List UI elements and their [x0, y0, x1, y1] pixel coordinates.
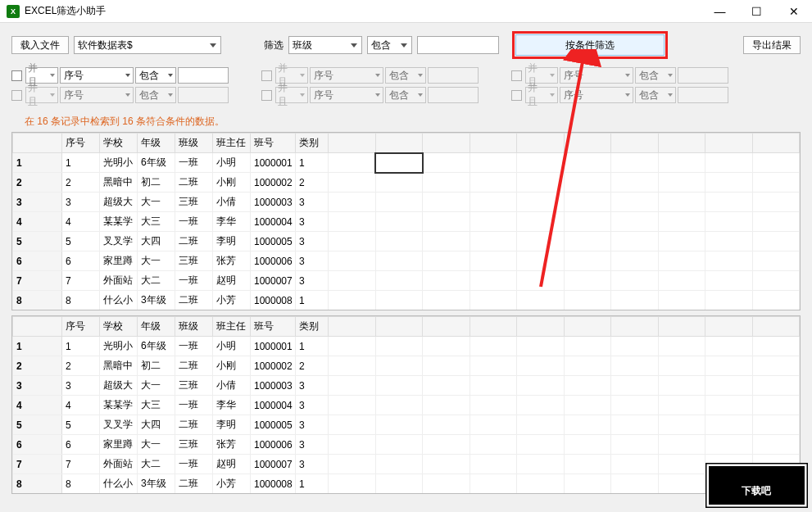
- row-number[interactable]: 1: [13, 337, 62, 356]
- value-input-sub[interactable]: [678, 67, 728, 84]
- cell[interactable]: [611, 415, 659, 435]
- cell[interactable]: [611, 173, 659, 193]
- cell[interactable]: [517, 396, 565, 415]
- cell[interactable]: [470, 212, 517, 232]
- cell[interactable]: 家里蹲: [100, 251, 138, 271]
- value-input-sub[interactable]: [428, 67, 479, 84]
- cell[interactable]: 1: [296, 337, 329, 356]
- table-row[interactable]: 55叉叉学大四二班李明10000053: [13, 415, 800, 435]
- cell[interactable]: 黑暗中: [100, 173, 138, 193]
- cell[interactable]: 三班: [175, 376, 213, 396]
- cell[interactable]: [375, 435, 423, 455]
- cell[interactable]: 小倩: [213, 193, 251, 212]
- column-header[interactable]: [564, 317, 611, 337]
- cell[interactable]: 3: [62, 376, 100, 396]
- cell[interactable]: [375, 251, 423, 271]
- column-header[interactable]: [658, 134, 705, 153]
- cell[interactable]: [752, 356, 800, 376]
- column-header[interactable]: [705, 317, 753, 337]
- cell[interactable]: [329, 455, 376, 474]
- cell[interactable]: [705, 251, 753, 271]
- cell[interactable]: [329, 153, 376, 173]
- cell[interactable]: [705, 474, 753, 494]
- table-row[interactable]: 66家里蹲大一三班张芳10000063: [13, 435, 800, 455]
- cell[interactable]: 大一: [138, 376, 175, 396]
- cell[interactable]: 5: [62, 232, 100, 251]
- cell[interactable]: [611, 251, 659, 271]
- cell[interactable]: [329, 376, 376, 396]
- cell[interactable]: 1000008: [251, 474, 296, 494]
- row-number[interactable]: 1: [13, 153, 62, 173]
- cell[interactable]: [375, 153, 423, 173]
- cell[interactable]: [564, 337, 611, 356]
- cell[interactable]: [329, 251, 376, 271]
- cell[interactable]: [658, 474, 705, 494]
- cell[interactable]: 大二: [138, 271, 175, 291]
- cell[interactable]: [375, 455, 423, 474]
- cell[interactable]: [611, 376, 659, 396]
- cell[interactable]: 李明: [213, 232, 251, 251]
- cell[interactable]: [517, 212, 565, 232]
- cell[interactable]: 叉叉学: [100, 415, 138, 435]
- filter-checkbox[interactable]: [511, 90, 522, 101]
- cell[interactable]: 赵明: [213, 271, 251, 291]
- cell[interactable]: [423, 232, 470, 251]
- cell[interactable]: [705, 232, 753, 251]
- cell[interactable]: 2: [62, 356, 100, 376]
- cell[interactable]: 1000005: [251, 232, 296, 251]
- cell[interactable]: 小刚: [213, 173, 251, 193]
- cell[interactable]: 1000004: [251, 396, 296, 415]
- table-row[interactable]: 88什么小3年级二班小芳10000081: [13, 291, 800, 310]
- cell[interactable]: [423, 271, 470, 291]
- column-header[interactable]: [658, 317, 705, 337]
- cell[interactable]: 小芳: [213, 291, 251, 310]
- cell[interactable]: [705, 153, 753, 173]
- cell[interactable]: [752, 173, 800, 193]
- cell[interactable]: [470, 356, 517, 376]
- cell[interactable]: 李明: [213, 415, 251, 435]
- cell[interactable]: [658, 356, 705, 376]
- cell[interactable]: 3: [62, 193, 100, 212]
- cell[interactable]: 一班: [175, 337, 213, 356]
- cell[interactable]: 什么小: [100, 291, 138, 310]
- cell[interactable]: [658, 173, 705, 193]
- field-select-sub[interactable]: 序号: [560, 67, 633, 84]
- column-header[interactable]: [611, 134, 659, 153]
- cell[interactable]: 大三: [138, 212, 175, 232]
- cell[interactable]: [517, 376, 565, 396]
- field-select[interactable]: 班级: [288, 36, 362, 54]
- cell[interactable]: [658, 396, 705, 415]
- cell[interactable]: 大三: [138, 396, 175, 415]
- cell[interactable]: [423, 173, 470, 193]
- filter-checkbox[interactable]: [511, 70, 522, 81]
- cell[interactable]: [611, 356, 659, 376]
- cell[interactable]: [423, 153, 470, 173]
- cell[interactable]: [705, 212, 753, 232]
- cell[interactable]: [329, 232, 376, 251]
- cell[interactable]: [705, 356, 753, 376]
- cell[interactable]: [517, 455, 565, 474]
- cell[interactable]: 二班: [175, 232, 213, 251]
- cell[interactable]: 4: [62, 396, 100, 415]
- column-header[interactable]: [705, 134, 753, 153]
- cell[interactable]: [611, 271, 659, 291]
- cell[interactable]: 6: [62, 435, 100, 455]
- cell[interactable]: [517, 193, 565, 212]
- cell[interactable]: 二班: [175, 356, 213, 376]
- row-number[interactable]: 6: [13, 435, 62, 455]
- cell[interactable]: [470, 291, 517, 310]
- cell[interactable]: 大一: [138, 251, 175, 271]
- cell[interactable]: [564, 271, 611, 291]
- table-row[interactable]: 44某某学大三一班李华10000043: [13, 212, 800, 232]
- cell[interactable]: 1: [62, 337, 100, 356]
- column-header[interactable]: [752, 134, 800, 153]
- cell[interactable]: [423, 212, 470, 232]
- cell[interactable]: 大四: [138, 232, 175, 251]
- cell[interactable]: 二班: [175, 291, 213, 310]
- cell[interactable]: [705, 337, 753, 356]
- cell[interactable]: [470, 376, 517, 396]
- cell[interactable]: [564, 212, 611, 232]
- cell[interactable]: [517, 251, 565, 271]
- cell[interactable]: 大二: [138, 455, 175, 474]
- cell[interactable]: [329, 415, 376, 435]
